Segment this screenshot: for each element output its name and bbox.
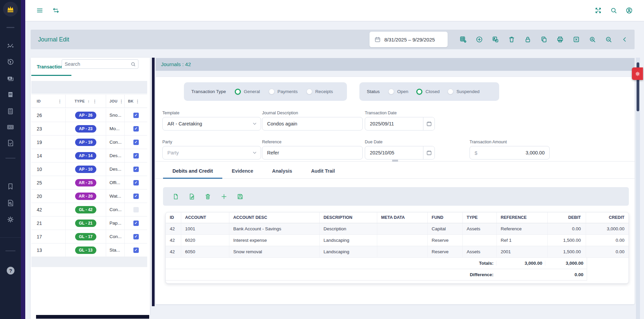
grid-row[interactable]: 426050Snow removalLandscapingReserveAsse… [166, 246, 629, 257]
date-range-picker[interactable]: 8/31/2025 – 9/29/2025 [369, 32, 448, 47]
print-icon[interactable] [556, 36, 564, 43]
banknote-100-icon[interactable]: 100 [6, 123, 14, 131]
chevron-down-icon[interactable] [252, 150, 261, 155]
account-icon[interactable] [625, 7, 633, 14]
kebab-icon[interactable]: ⋮ [119, 99, 124, 104]
zoom-out-icon[interactable] [605, 36, 612, 43]
menu-icon[interactable] [36, 7, 43, 14]
copy-icon[interactable] [540, 36, 548, 43]
table-row[interactable]: 25 AR - 25 Offi... [31, 176, 147, 190]
activity-sync-icon[interactable] [6, 58, 14, 66]
txn-checkbox[interactable] [133, 140, 139, 145]
app-logo[interactable] [3, 2, 18, 17]
col-fund[interactable]: FUND [427, 212, 462, 223]
journal-description-input[interactable] [262, 121, 362, 126]
splitter-grip[interactable] [392, 159, 398, 162]
receipt-icon[interactable] [6, 91, 14, 99]
calendar-button[interactable] [423, 146, 434, 160]
table-row[interactable]: 10 AP - 10 Des... [31, 163, 147, 176]
chevron-down-icon[interactable] [252, 121, 261, 126]
settings-icon[interactable] [6, 215, 14, 224]
tab-analysis[interactable]: Analysis [263, 163, 302, 179]
table-row[interactable]: 19 AP - 19 Con... [31, 136, 147, 149]
radio-icon[interactable] [388, 89, 394, 94]
grid-row[interactable]: 426020Interest expenseLandscapingReserve… [166, 234, 629, 246]
radio-icon[interactable] [235, 89, 241, 95]
txn-checkbox[interactable] [133, 113, 139, 118]
sort-asc-icon[interactable]: ↑ [88, 99, 90, 104]
reference-input[interactable] [262, 150, 362, 155]
table-row[interactable]: 13 GL - 13 Sta... [31, 243, 147, 257]
search-icon[interactable] [610, 7, 617, 14]
search-field-icon[interactable] [130, 61, 136, 67]
table-row[interactable]: 26 AP - 26 Sno... [31, 109, 147, 122]
radio-option[interactable]: Open [388, 89, 408, 95]
analytics-icon[interactable] [6, 42, 14, 50]
kebab-icon[interactable]: ⋮ [135, 99, 140, 104]
kebab-icon[interactable]: ⋮ [93, 99, 97, 104]
tab-audit-trail[interactable]: Audit Trail [301, 163, 344, 179]
save-rows-icon[interactable] [236, 193, 244, 200]
copy-row-icon[interactable] [172, 193, 179, 200]
table-settings-icon[interactable] [459, 36, 467, 43]
bookmark-icon[interactable] [6, 182, 14, 191]
column-header-type[interactable]: TYPE ↑ ⋮ [66, 95, 106, 108]
image-replace-icon[interactable] [492, 36, 499, 43]
panel-splitter[interactable] [152, 58, 155, 306]
export-excel-icon[interactable] [573, 36, 580, 43]
due-date-input[interactable] [365, 150, 423, 155]
lock-icon[interactable] [524, 36, 532, 43]
table-row[interactable]: 42 GL - 42 Con... [31, 203, 147, 216]
table-row[interactable]: 20 AR - 20 Wat... [31, 190, 147, 203]
txn-checkbox[interactable] [133, 207, 139, 212]
kebab-icon[interactable]: ⋮ [58, 99, 62, 104]
table-row[interactable]: 14 AP - 14 Des... [31, 149, 147, 163]
table-row[interactable]: 21 GL - 21 Pap... [31, 216, 147, 230]
vertical-scrollbar-track[interactable] [636, 58, 640, 319]
party-value[interactable] [163, 150, 252, 155]
txn-checkbox[interactable] [133, 167, 139, 172]
edit-row-icon[interactable] [188, 193, 195, 200]
txn-checkbox[interactable] [133, 234, 139, 239]
col-account-desc[interactable]: ACCOUNT DESC [229, 212, 319, 223]
col-debit[interactable]: DEBIT [547, 212, 586, 223]
tab-debits-and-credit[interactable]: Debits and Credit [163, 163, 222, 179]
radio-icon[interactable] [269, 89, 275, 94]
radio-icon[interactable] [307, 89, 312, 94]
settings-flyout-button[interactable] [632, 67, 643, 80]
col-credit[interactable]: CREDIT [586, 212, 629, 223]
radio-option[interactable]: Payments [269, 89, 298, 95]
calendar-button[interactable] [423, 117, 434, 130]
col-account[interactable]: ACCOUNT [181, 212, 229, 223]
transaction-amount-input[interactable] [477, 150, 549, 155]
radio-option[interactable]: Suspended [448, 89, 479, 95]
txn-checkbox[interactable] [133, 194, 139, 199]
txn-checkbox[interactable] [133, 221, 139, 226]
calculator-icon[interactable] [6, 107, 14, 115]
col-type[interactable]: TYPE [462, 212, 496, 223]
grid-row[interactable]: 421001Bank Account - SavingsDescriptionC… [166, 223, 629, 234]
txn-checkbox[interactable] [133, 180, 139, 185]
radio-option[interactable]: Closed [416, 89, 440, 95]
radio-option[interactable]: Receipts [307, 89, 333, 95]
collapse-icon[interactable] [621, 36, 629, 43]
zoom-in-icon[interactable] [589, 36, 596, 43]
delete-icon[interactable] [508, 36, 515, 43]
search-input[interactable] [62, 61, 130, 67]
txn-checkbox[interactable] [133, 153, 139, 158]
template-value[interactable] [163, 121, 252, 126]
col-description[interactable]: DESCRIPTION [319, 212, 377, 223]
txn-checkbox[interactable] [133, 126, 139, 132]
col-id[interactable]: ID [166, 212, 181, 223]
party-select[interactable] [162, 146, 261, 160]
swap-pages-icon[interactable] [52, 7, 60, 14]
add-icon[interactable] [476, 36, 483, 43]
add-row-icon[interactable] [220, 193, 228, 200]
column-header-bk[interactable]: BK ⋮ [125, 95, 147, 108]
horizontal-scrollbar[interactable] [36, 315, 149, 319]
transaction-date-input[interactable] [365, 121, 423, 126]
fullscreen-icon[interactable] [594, 7, 602, 14]
radio-option[interactable]: General [235, 89, 260, 95]
document-search-icon[interactable] [6, 199, 14, 207]
help-button[interactable]: ? [7, 267, 14, 274]
